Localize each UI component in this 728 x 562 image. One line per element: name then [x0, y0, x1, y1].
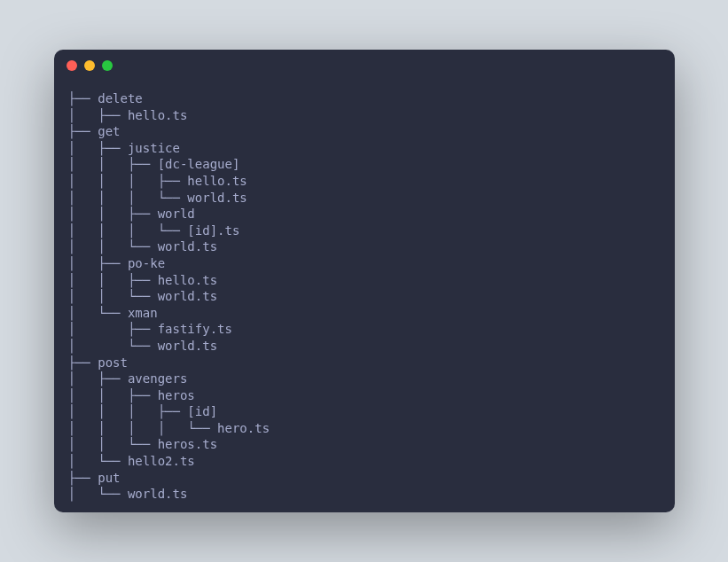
- window-titlebar: [54, 50, 675, 82]
- close-icon[interactable]: [67, 60, 77, 71]
- maximize-icon[interactable]: [102, 60, 113, 71]
- terminal-window: ├── delete │ ├── hello.ts ├── get │ ├── …: [54, 50, 675, 512]
- minimize-icon[interactable]: [84, 60, 95, 71]
- terminal-output: ├── delete │ ├── hello.ts ├── get │ ├── …: [54, 82, 675, 512]
